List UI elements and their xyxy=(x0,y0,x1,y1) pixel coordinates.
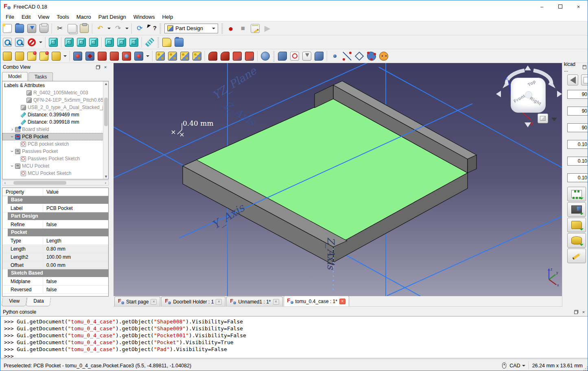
pad-icon[interactable] xyxy=(2,50,13,62)
multi-transform-icon[interactable] xyxy=(191,50,203,62)
copy-icon[interactable] xyxy=(66,23,78,34)
mirrored-icon[interactable] xyxy=(155,50,166,62)
nav-back-button[interactable] xyxy=(567,74,578,85)
property-value[interactable]: false xyxy=(43,220,108,228)
new-file-icon[interactable] xyxy=(2,23,13,34)
kicad-float-icon[interactable] xyxy=(582,65,587,70)
tree-item[interactable]: Distance: 0.399469 mm xyxy=(2,111,108,118)
cut-icon[interactable]: ✂ xyxy=(54,23,66,34)
scroll-left-icon[interactable]: ‹ xyxy=(2,181,8,185)
sketch-point-icon[interactable] xyxy=(329,50,341,62)
additive-loft-icon[interactable] xyxy=(26,50,37,62)
toolbar-handle[interactable] xyxy=(273,51,275,61)
subtractive-pipe-icon[interactable] xyxy=(121,50,132,62)
tree-item[interactable]: Distance: 0.399918 mm xyxy=(2,118,108,126)
kicad-load-3d-model-button[interactable] xyxy=(567,202,586,217)
console-float-icon[interactable] xyxy=(574,310,579,314)
rotate-left-icon[interactable] xyxy=(496,91,501,97)
toolbar-handle[interactable] xyxy=(160,23,161,34)
map-sketch-icon[interactable] xyxy=(313,50,325,62)
close-tab-icon[interactable]: × xyxy=(216,299,222,305)
navcube-face-top[interactable]: Top xyxy=(527,79,536,87)
rotate-down-icon[interactable] xyxy=(525,122,531,127)
collapse-icon[interactable]: › xyxy=(9,164,15,168)
thickness-icon[interactable] xyxy=(244,50,255,62)
paste-icon[interactable] xyxy=(79,23,90,34)
scroll-down-icon[interactable]: ▼ xyxy=(103,174,109,179)
additive-menu-icon[interactable] xyxy=(63,50,68,62)
property-value[interactable]: 0.80 mm xyxy=(43,245,108,253)
chamfer-icon[interactable] xyxy=(219,50,231,62)
document-tab[interactable]: tomu_0.4_case : 1*× xyxy=(284,296,349,306)
tab-view[interactable]: View xyxy=(1,297,27,306)
tree-item[interactable]: ›Passives Pocket xyxy=(2,148,108,155)
tree-item[interactable]: Passives Pocket Sketch xyxy=(2,155,108,162)
float-panel-icon[interactable] xyxy=(96,65,101,70)
property-value[interactable]: false xyxy=(43,277,108,285)
resize-grip[interactable] xyxy=(584,367,588,371)
view-front-icon[interactable] xyxy=(63,37,75,48)
tree-item[interactable]: MCU Pocket Sketch xyxy=(2,170,108,177)
refresh-icon[interactable]: ⟳ xyxy=(134,23,145,34)
macro-edit-icon[interactable] xyxy=(249,23,261,34)
property-row[interactable]: Midplanefalse xyxy=(2,277,108,286)
sketch-polygon-icon[interactable] xyxy=(354,50,365,62)
property-row[interactable]: Length2100.00 mm xyxy=(2,253,108,261)
menu-file[interactable]: File xyxy=(2,13,18,21)
collapse-icon[interactable]: › xyxy=(9,134,15,139)
collapse-icon[interactable]: › xyxy=(9,149,15,154)
whats-this-icon[interactable] xyxy=(146,23,157,34)
tree-vertical-scrollbar[interactable]: ▲ ▼ xyxy=(103,81,108,179)
navcube-face-right[interactable]: Right xyxy=(529,96,542,106)
rotate-right-icon[interactable] xyxy=(557,91,562,97)
fillet-icon[interactable] xyxy=(207,50,219,62)
toolbar-handle[interactable] xyxy=(157,37,159,48)
linear-pattern-icon[interactable] xyxy=(167,50,178,62)
property-row[interactable]: Refinefalse xyxy=(2,220,108,229)
save-icon[interactable] xyxy=(26,23,37,34)
kicad-export-board-button[interactable] xyxy=(567,218,586,232)
menu-edit[interactable]: Edit xyxy=(18,13,34,21)
title-bar[interactable]: FreeCAD 0.18 – × xyxy=(0,0,588,13)
close-panel-icon[interactable]: × xyxy=(103,65,108,70)
tree-horizontal-scrollbar[interactable]: ‹ › xyxy=(2,180,109,186)
view-right-icon[interactable] xyxy=(88,37,99,48)
tab-data[interactable]: Data xyxy=(26,297,51,306)
sketch-shape-icon[interactable] xyxy=(366,50,377,62)
kicad-spin-rotation-z[interactable]: 90 xyxy=(567,123,588,132)
close-tab-icon[interactable]: × xyxy=(151,299,157,305)
nav-blank-button[interactable] xyxy=(581,74,588,85)
close-tab-icon[interactable]: × xyxy=(273,299,279,305)
kicad-edit-preferences-button[interactable] xyxy=(567,249,586,263)
tree-item[interactable]: QFN-24-1EP_5x5mm_Pitch0.65 xyxy=(2,96,108,104)
property-value[interactable]: 0.00 mm xyxy=(43,261,108,269)
expand-icon[interactable]: › xyxy=(10,127,15,132)
undo-menu-icon[interactable] xyxy=(107,23,111,34)
kicad-load-footprint-button[interactable] xyxy=(567,187,586,201)
view-top-icon[interactable] xyxy=(76,37,87,48)
property-value[interactable]: Length xyxy=(43,237,108,244)
close-tab-icon[interactable]: × xyxy=(339,299,345,304)
kicad-spin-rotation-x[interactable]: 90 xyxy=(567,90,588,99)
navcube-face-front[interactable]: Front xyxy=(513,93,526,104)
tree-item[interactable]: ›Board shield xyxy=(2,126,108,133)
revolution-icon[interactable] xyxy=(14,50,25,62)
sketch-line-icon[interactable] xyxy=(341,50,353,62)
tab-model[interactable]: Model xyxy=(2,72,28,81)
redo-icon[interactable]: ↷ xyxy=(112,23,124,34)
kicad-spin-step-z[interactable]: 0.10 xyxy=(567,173,588,182)
nav-style-selector[interactable]: CAD xyxy=(509,363,525,369)
create-group-icon[interactable] xyxy=(173,37,185,48)
navcube-dropdown-icon[interactable] xyxy=(551,118,557,121)
draw-style-menu-icon[interactable] xyxy=(38,37,43,48)
draft-icon[interactable] xyxy=(232,50,243,62)
document-tab[interactable]: Doorbell Holder : 1× xyxy=(161,297,225,306)
subtractive-loft-icon[interactable] xyxy=(109,50,120,62)
property-value[interactable]: false xyxy=(43,286,108,293)
fit-selection-icon[interactable] xyxy=(14,37,25,48)
subtractive-menu-icon[interactable] xyxy=(145,50,150,62)
additive-helix-icon[interactable] xyxy=(50,50,62,62)
minimize-button[interactable]: – xyxy=(533,0,551,13)
fit-all-icon[interactable] xyxy=(2,37,13,48)
shape-binder-icon[interactable] xyxy=(277,50,288,62)
